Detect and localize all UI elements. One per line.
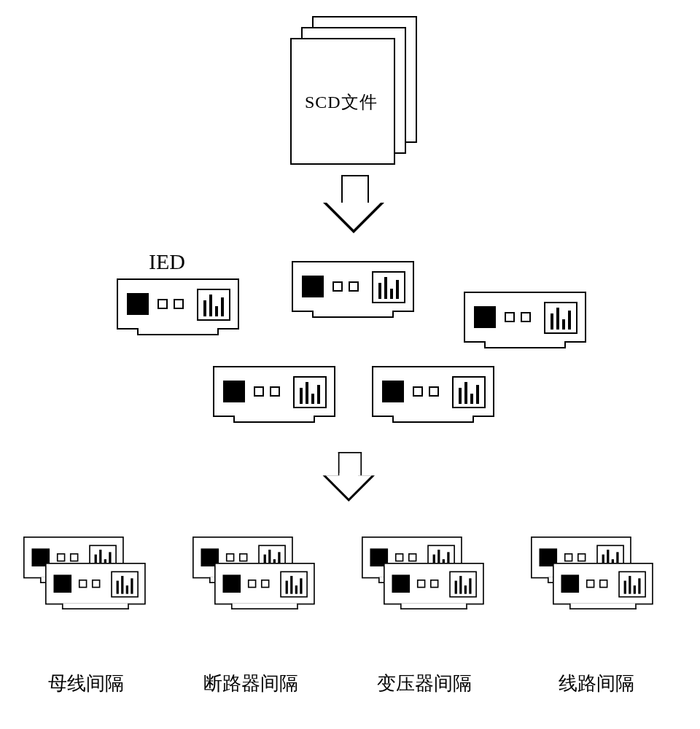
ied-device bbox=[117, 278, 239, 338]
ied-device bbox=[553, 563, 653, 612]
bay-group-transformer bbox=[362, 537, 508, 631]
ied-device bbox=[292, 261, 414, 321]
ied-device bbox=[213, 366, 335, 426]
file-page-front: SCD文件 bbox=[290, 38, 395, 165]
ied-device bbox=[372, 366, 494, 426]
diagram-canvas: SCD文件 IED bbox=[0, 0, 700, 729]
ied-device bbox=[45, 563, 146, 612]
ied-label: IED bbox=[149, 249, 185, 274]
bay-label-breaker: 断路器间隔 bbox=[178, 671, 324, 696]
scd-file-label: SCD文件 bbox=[305, 90, 378, 114]
bay-group-bus bbox=[23, 537, 169, 631]
arrow-down-icon bbox=[321, 452, 377, 502]
arrow-down-icon bbox=[321, 175, 386, 233]
ied-device bbox=[214, 563, 315, 612]
bay-label-line: 线路间隔 bbox=[524, 671, 669, 696]
ied-device bbox=[464, 292, 586, 351]
scd-file-stack: SCD文件 bbox=[290, 16, 421, 162]
bay-label-transformer: 变压器间隔 bbox=[351, 671, 497, 696]
bay-group-line bbox=[531, 537, 677, 631]
ied-device bbox=[384, 563, 484, 612]
bay-label-bus: 母线间隔 bbox=[13, 671, 159, 696]
bay-group-breaker bbox=[192, 537, 338, 631]
